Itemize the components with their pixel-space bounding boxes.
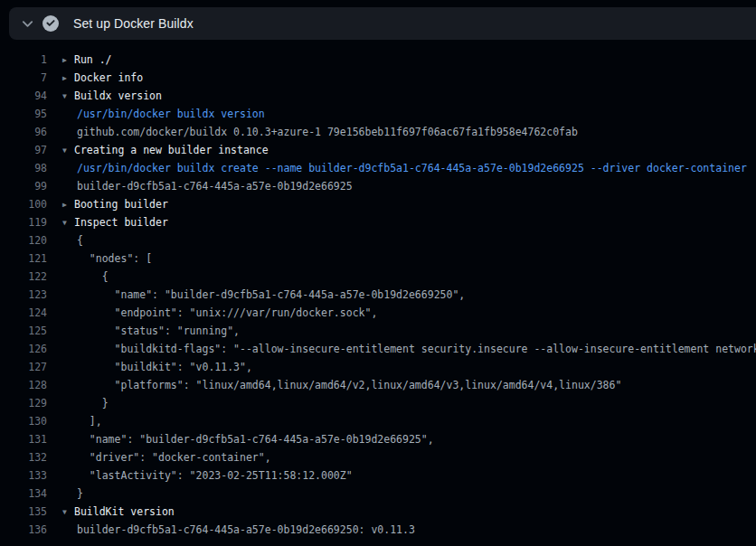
line-number[interactable]: 94 <box>0 87 47 105</box>
log-output-text: "name": "builder-d9cfb5a1-c764-445a-a57e… <box>47 430 434 448</box>
log-line: 94▼Buildx version <box>0 87 756 105</box>
log-line: 120{ <box>0 231 756 249</box>
log-command-text: /usr/bin/docker buildx version <box>47 105 265 123</box>
log-group-header[interactable]: ▶Docker info <box>47 69 143 87</box>
line-number[interactable]: 128 <box>0 376 47 394</box>
log-line: 7▶Docker info <box>0 69 756 87</box>
log-output-text: { <box>47 268 109 286</box>
log-output-text: ], <box>47 412 102 430</box>
line-number[interactable]: 95 <box>0 105 47 123</box>
log-line: 96github.com/docker/buildx 0.10.3+azure-… <box>0 123 756 141</box>
log-output-text: "nodes": [ <box>47 249 152 268</box>
line-number[interactable]: 134 <box>0 485 47 503</box>
log-line: 130 ], <box>0 412 756 430</box>
log-line: 133 "lastActivity": "2023-02-25T11:58:12… <box>0 466 756 485</box>
log-group-header[interactable]: ▼BuildKit version <box>47 503 175 521</box>
step-header[interactable]: Set up Docker Buildx <box>9 7 756 40</box>
log-output-text: } <box>47 485 83 503</box>
line-number[interactable]: 129 <box>0 394 47 412</box>
log-output-text: { <box>47 231 83 249</box>
triangle-expanded-icon[interactable]: ▼ <box>62 142 74 159</box>
log-line: 125 "status": "running", <box>0 322 756 340</box>
line-number[interactable]: 121 <box>0 249 47 268</box>
log-command-text: /usr/bin/docker buildx create --name bui… <box>47 159 747 177</box>
log-group-header[interactable]: ▼Buildx version <box>47 87 162 105</box>
log-output-text: github.com/docker/buildx 0.10.3+azure-1 … <box>47 123 578 141</box>
log-line: 124 "endpoint": "unix:///var/run/docker.… <box>0 304 756 322</box>
log-line: 100▶Booting builder <box>0 195 756 213</box>
log-output-text: } <box>47 394 109 412</box>
log-line: 97▼Creating a new builder instance <box>0 141 756 159</box>
log-group-title: Creating a new builder instance <box>74 144 269 156</box>
line-number[interactable]: 97 <box>0 141 47 159</box>
log-group-header[interactable]: ▶Run ./ <box>47 51 112 69</box>
line-number[interactable]: 136 <box>0 521 47 539</box>
log-group-title: BuildKit version <box>74 505 175 518</box>
log-group-title: Inspect builder <box>74 216 168 229</box>
triangle-expanded-icon[interactable]: ▼ <box>62 214 74 231</box>
log-line: 136builder-d9cfb5a1-c764-445a-a57e-0b19d… <box>0 521 756 539</box>
line-number[interactable]: 100 <box>0 195 47 213</box>
line-number[interactable]: 131 <box>0 430 47 448</box>
log-line: 121 "nodes": [ <box>0 249 756 268</box>
line-number[interactable]: 119 <box>0 213 47 231</box>
line-number[interactable]: 127 <box>0 358 47 376</box>
log-output-text: "endpoint": "unix:///var/run/docker.sock… <box>47 304 377 322</box>
log-line: 119▼Inspect builder <box>0 213 756 231</box>
line-number[interactable]: 133 <box>0 466 47 485</box>
log-viewer: 1▶Run ./7▶Docker info94▼Buildx version95… <box>0 40 756 539</box>
log-output-text: "driver": "docker-container", <box>47 448 271 466</box>
log-group-title: Buildx version <box>74 89 162 102</box>
line-number[interactable]: 123 <box>0 286 47 304</box>
line-number[interactable]: 130 <box>0 412 47 430</box>
triangle-collapsed-icon[interactable]: ▶ <box>62 70 74 87</box>
log-line: 95/usr/bin/docker buildx version <box>0 105 756 123</box>
log-line: 131 "name": "builder-d9cfb5a1-c764-445a-… <box>0 430 756 448</box>
line-number[interactable]: 122 <box>0 268 47 286</box>
log-group-title: Run ./ <box>74 53 112 66</box>
line-number[interactable]: 135 <box>0 503 47 521</box>
log-output-text: "status": "running", <box>47 322 240 340</box>
chevron-down-icon[interactable] <box>21 17 34 31</box>
log-group-title: Docker info <box>74 71 143 84</box>
log-output-text: builder-d9cfb5a1-c764-445a-a57e-0b19d2e6… <box>47 521 415 539</box>
log-line: 126 "buildkitd-flags": "--allow-insecure… <box>0 340 756 358</box>
log-output-text: "lastActivity": "2023-02-25T11:58:12.000… <box>47 466 353 485</box>
log-output-text: "buildkitd-flags": "--allow-insecure-ent… <box>47 340 756 358</box>
line-number[interactable]: 132 <box>0 448 47 466</box>
log-line: 134} <box>0 485 756 503</box>
log-line: 128 "platforms": "linux/amd64,linux/amd6… <box>0 376 756 394</box>
line-number[interactable]: 120 <box>0 231 47 249</box>
check-circle-icon <box>43 15 59 32</box>
log-line: 123 "name": "builder-d9cfb5a1-c764-445a-… <box>0 286 756 304</box>
log-output-text: "platforms": "linux/amd64,linux/amd64/v2… <box>47 376 621 394</box>
log-output-text: "buildkit": "v0.11.3", <box>47 358 252 376</box>
line-number[interactable]: 98 <box>0 159 47 177</box>
log-output-text: "name": "builder-d9cfb5a1-c764-445a-a57e… <box>47 286 465 304</box>
log-line: 122 { <box>0 268 756 286</box>
triangle-expanded-icon[interactable]: ▼ <box>62 88 74 105</box>
log-line: 1▶Run ./ <box>0 51 756 69</box>
line-number[interactable]: 96 <box>0 123 47 141</box>
line-number[interactable]: 125 <box>0 322 47 340</box>
line-number[interactable]: 99 <box>0 177 47 195</box>
log-line: 129 } <box>0 394 756 412</box>
log-group-header[interactable]: ▶Booting builder <box>47 195 168 213</box>
triangle-collapsed-icon[interactable]: ▶ <box>62 52 74 69</box>
line-number[interactable]: 126 <box>0 340 47 358</box>
line-number[interactable]: 1 <box>0 51 47 69</box>
triangle-expanded-icon[interactable]: ▼ <box>62 504 74 521</box>
step-title: Set up Docker Buildx <box>73 16 194 31</box>
log-line: 132 "driver": "docker-container", <box>0 448 756 466</box>
log-group-header[interactable]: ▼Inspect builder <box>47 213 168 231</box>
line-number[interactable]: 7 <box>0 69 47 87</box>
log-line: 135▼BuildKit version <box>0 503 756 521</box>
triangle-collapsed-icon[interactable]: ▶ <box>62 196 74 213</box>
line-number[interactable]: 124 <box>0 304 47 322</box>
log-group-header[interactable]: ▼Creating a new builder instance <box>47 141 269 159</box>
log-line: 127 "buildkit": "v0.11.3", <box>0 358 756 376</box>
log-group-title: Booting builder <box>74 198 168 211</box>
log-line: 99builder-d9cfb5a1-c764-445a-a57e-0b19d2… <box>0 177 756 195</box>
log-line: 98/usr/bin/docker buildx create --name b… <box>0 159 756 177</box>
log-output-text: builder-d9cfb5a1-c764-445a-a57e-0b19d2e6… <box>47 177 353 195</box>
